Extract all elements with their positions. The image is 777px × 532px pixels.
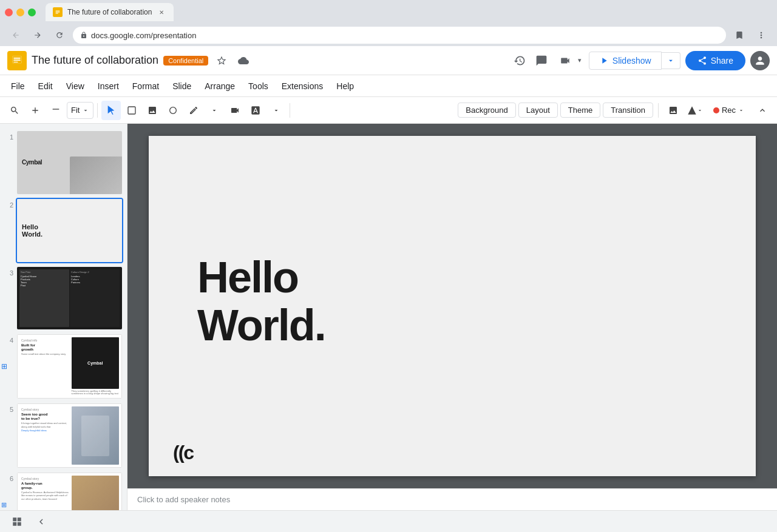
video-tool-button[interactable] xyxy=(225,101,245,120)
slide-thumb-5[interactable]: Cymbal story Seem too goodto be true? It… xyxy=(17,403,122,468)
svg-point-10 xyxy=(170,107,177,113)
cursor-tool-button[interactable] xyxy=(101,101,121,120)
url-bar[interactable]: docs.google.com/presentation xyxy=(73,27,726,44)
tab-close-button[interactable]: ✕ xyxy=(157,7,166,17)
menu-arrange[interactable]: Arrange xyxy=(198,79,241,93)
menu-file[interactable]: File xyxy=(5,79,31,93)
text-box-dropdown[interactable] xyxy=(266,101,286,120)
line-tool-button[interactable] xyxy=(184,101,203,120)
user-avatar[interactable] xyxy=(750,51,770,70)
slide-number-1: 1 xyxy=(5,131,13,141)
slideshow-button[interactable]: Slideshow xyxy=(589,52,662,70)
menu-bar: File Edit View Insert Format Slide Arran… xyxy=(0,75,777,97)
doc-title: The future of collaboration xyxy=(32,54,158,67)
menu-format[interactable]: Format xyxy=(126,79,165,93)
drive-button[interactable] xyxy=(235,52,252,69)
menu-insert[interactable]: Insert xyxy=(92,79,125,93)
rec-button[interactable]: Rec xyxy=(707,103,750,117)
url-text: docs.google.com/presentation xyxy=(91,31,196,40)
history-button[interactable] xyxy=(511,52,528,69)
slide-thumb-4[interactable]: Cymbal info Built forgrowth Some small t… xyxy=(17,334,122,399)
zoom-selector[interactable]: Fit xyxy=(67,102,93,119)
svg-rect-3 xyxy=(56,13,59,14)
share-button[interactable]: Share xyxy=(685,51,745,70)
slide-number-2: 2 xyxy=(5,199,13,209)
collapse-toolbar-button[interactable] xyxy=(753,101,772,120)
slide-item-6[interactable]: 6 ⊞ Cymbal story A family-rungroup. Cymb… xyxy=(0,470,127,510)
slide-main-text: Hello World. xyxy=(197,253,325,349)
back-button[interactable] xyxy=(7,27,24,44)
slide-thumb-1[interactable]: Cymbal xyxy=(17,131,122,194)
svg-rect-6 xyxy=(13,58,21,59)
toolbar-divider-3 xyxy=(658,103,659,118)
slide-item-5[interactable]: 5 Cymbal story Seem too goodto be true? … xyxy=(0,401,127,470)
forward-button[interactable] xyxy=(29,27,46,44)
shapes-tool-button[interactable] xyxy=(163,101,183,120)
svg-rect-7 xyxy=(13,59,21,61)
video-meet-button[interactable] xyxy=(555,53,575,69)
slide-thumb-6[interactable]: Cymbal story A family-rungroup. Cymbal i… xyxy=(17,473,122,510)
insert-image-button[interactable] xyxy=(663,101,683,120)
app-header: The future of collaboration Confidential… xyxy=(0,46,777,75)
select-tool-button[interactable] xyxy=(122,101,141,120)
bookmark-button[interactable] xyxy=(731,27,748,44)
star-button[interactable] xyxy=(213,52,230,69)
svg-text:((c: ((c xyxy=(173,442,194,463)
grid-view-button[interactable] xyxy=(7,512,27,531)
slide-canvas[interactable]: Hello World. ((c xyxy=(149,136,756,476)
video-button-group: ▾ xyxy=(555,53,584,69)
slide-thumb-2[interactable]: HelloWorld. xyxy=(17,199,122,262)
toolbar: Fit Background Layout Theme Transition xyxy=(0,97,777,124)
menu-help[interactable]: Help xyxy=(330,79,360,93)
slide-item-3[interactable]: 3 San Pete Cymbal House Products Team Pa… xyxy=(0,264,127,332)
line-tool-dropdown[interactable] xyxy=(205,101,224,120)
close-window-button[interactable] xyxy=(5,8,13,16)
collapse-panel-button[interactable] xyxy=(32,512,51,531)
slideshow-dropdown-button[interactable] xyxy=(662,52,680,69)
browser-tab[interactable]: The future of collaboration ✕ xyxy=(46,3,174,21)
browser-chrome: The future of collaboration ✕ xyxy=(0,0,777,24)
background-button[interactable]: Background xyxy=(458,103,515,118)
canvas-area[interactable]: Hello World. ((c xyxy=(127,124,777,488)
tab-favicon xyxy=(53,7,63,17)
menu-tools[interactable]: Tools xyxy=(242,79,274,93)
zoom-in-button[interactable] xyxy=(25,101,45,120)
maximize-window-button[interactable] xyxy=(28,8,36,16)
minimize-window-button[interactable] xyxy=(16,8,24,16)
reload-button[interactable] xyxy=(51,27,68,44)
zoom-out-button[interactable] xyxy=(46,101,66,120)
menu-view[interactable]: View xyxy=(60,79,90,93)
menu-extensions[interactable]: Extensions xyxy=(276,79,329,93)
slide-item-4[interactable]: 4 ⊞ Cymbal info Built forgrowth Some sma… xyxy=(0,332,127,401)
slide-item-1[interactable]: 1 Cymbal xyxy=(0,129,127,197)
traffic-lights xyxy=(5,8,36,16)
menu-slide[interactable]: Slide xyxy=(166,79,197,93)
more-options-button[interactable] xyxy=(753,27,770,44)
text-tool-button[interactable] xyxy=(246,101,265,120)
video-dropdown-button[interactable]: ▾ xyxy=(575,54,584,67)
transition-button[interactable]: Transition xyxy=(603,103,653,118)
slide-thumb-3[interactable]: San Pete Cymbal House Products Team Past… xyxy=(17,267,122,330)
shapes-dropdown-button[interactable] xyxy=(685,101,705,120)
bottom-bar xyxy=(0,510,777,532)
toolbar-right: Background Layout Theme Transition Rec xyxy=(458,101,772,120)
layout-button[interactable]: Layout xyxy=(518,103,558,118)
rec-dot-icon xyxy=(713,107,719,113)
comments-button[interactable] xyxy=(533,52,550,69)
slide-number-4: 4 xyxy=(5,334,13,344)
search-tool-button[interactable] xyxy=(5,101,24,120)
main-content: 1 Cymbal 2 HelloWorld. xyxy=(0,124,777,510)
svg-rect-1 xyxy=(56,11,60,12)
theme-button[interactable]: Theme xyxy=(560,103,600,118)
cymbal-icon: ((c xyxy=(173,441,205,463)
confidential-badge: Confidential xyxy=(163,56,208,66)
slide-canvas-content: Hello World. ((c xyxy=(149,136,756,476)
toolbar-divider-2 xyxy=(290,103,290,118)
menu-edit[interactable]: Edit xyxy=(32,79,59,93)
slide-logo: ((c xyxy=(173,441,206,463)
slide-item-2[interactable]: 2 HelloWorld. xyxy=(0,197,127,264)
speaker-notes[interactable]: Click to add speaker notes xyxy=(127,488,777,510)
svg-rect-9 xyxy=(128,107,135,114)
canvas-container: Hello World. ((c Cli xyxy=(127,124,777,510)
image-tool-button[interactable] xyxy=(143,101,162,120)
